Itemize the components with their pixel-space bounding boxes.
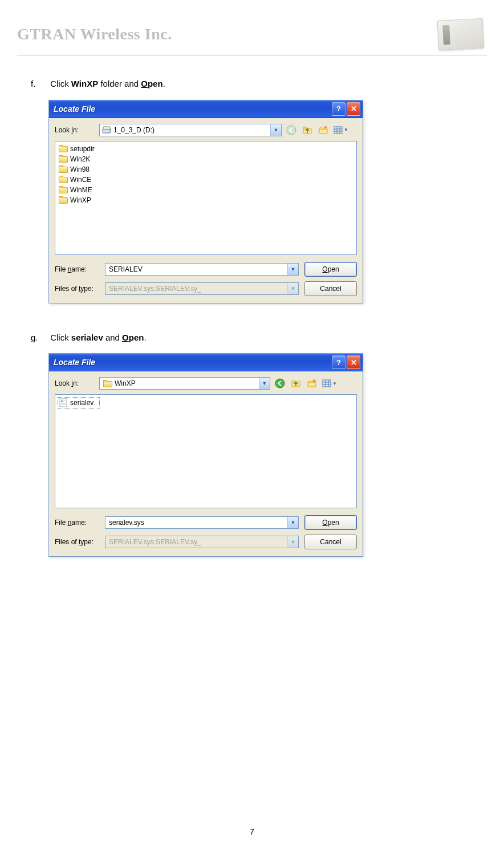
- svg-rect-18: [308, 381, 311, 383]
- svg-rect-9: [334, 127, 342, 133]
- look-in-label: Look in:: [55, 126, 96, 134]
- cancel-button[interactable]: Cancel: [304, 281, 357, 296]
- list-item[interactable]: serialev: [58, 397, 100, 408]
- svg-rect-16: [292, 381, 295, 382]
- svg-point-3: [287, 126, 296, 135]
- new-folder-button[interactable]: [306, 377, 318, 390]
- svg-rect-25: [60, 399, 67, 407]
- svg-rect-5: [303, 127, 307, 129]
- dialog-title: Locate File: [54, 104, 95, 114]
- view-menu-button[interactable]: ▼: [322, 378, 337, 388]
- list-item[interactable]: Win98: [58, 164, 354, 175]
- chevron-down-icon: ▼: [287, 283, 298, 294]
- file-name-input[interactable]: serialev.sys ▼: [105, 516, 299, 529]
- step-f: f. Click WinXP folder and Open.: [31, 78, 487, 90]
- view-icon: [322, 378, 332, 388]
- folder-up-icon: [302, 125, 312, 135]
- chevron-down-icon: ▼: [344, 127, 348, 132]
- logo-card: [436, 17, 487, 51]
- locate-file-dialog-2: Locate File ? ✕ Look in: WinXP ▼: [48, 353, 363, 557]
- folder-icon: [59, 196, 68, 204]
- folder-up-icon: [291, 378, 301, 388]
- folder-icon: [59, 165, 68, 173]
- svg-rect-7: [319, 128, 323, 129]
- file-list[interactable]: setupdir Win2K Win98 WinCE WinME WinXP: [55, 141, 357, 255]
- chevron-down-icon: ▼: [332, 381, 337, 386]
- drive-icon: [102, 126, 111, 135]
- close-button[interactable]: ✕: [347, 355, 360, 369]
- file-list[interactable]: serialev: [55, 394, 357, 508]
- page-number: 7: [0, 827, 504, 836]
- chevron-down-icon: ▼: [287, 264, 298, 275]
- file-name-label: File name:: [55, 519, 99, 527]
- folder-icon: [59, 186, 68, 193]
- svg-rect-29: [61, 404, 66, 405]
- list-item[interactable]: WinXP: [58, 195, 354, 205]
- view-menu-button[interactable]: ▼: [333, 125, 348, 135]
- new-folder-icon: [318, 125, 328, 135]
- list-item[interactable]: WinCE: [58, 175, 354, 185]
- dialog-title: Locate File: [54, 358, 95, 367]
- sys-file-icon: [59, 398, 68, 407]
- new-folder-icon: [307, 378, 317, 388]
- title-bar: Locate File ? ✕: [49, 100, 363, 118]
- folder-icon: [59, 176, 68, 183]
- help-button[interactable]: ?: [332, 102, 346, 116]
- file-type-dropdown: SERIALEV.sys;SERIALEV.sy_ ▼: [105, 282, 299, 295]
- list-item[interactable]: setupdir: [58, 144, 354, 154]
- file-name-input[interactable]: SERIALEV ▼: [105, 263, 299, 276]
- file-type-label: Files of type:: [55, 538, 99, 546]
- back-button[interactable]: [274, 377, 286, 390]
- close-button[interactable]: ✕: [347, 102, 360, 116]
- svg-rect-27: [63, 400, 66, 401]
- locate-file-dialog-1: Locate File ? ✕ Look in: 1_0_3_D (D: [48, 100, 363, 303]
- cancel-button[interactable]: Cancel: [304, 535, 357, 549]
- svg-point-2: [109, 130, 110, 131]
- help-button[interactable]: ?: [332, 355, 346, 369]
- doc-header: GTRAN Wireless Inc.: [17, 17, 487, 55]
- open-button[interactable]: Open: [304, 515, 357, 530]
- file-type-dropdown: SERIALEV.sys;SERIALEV.sy_ ▼: [105, 536, 299, 548]
- folder-icon: [103, 380, 112, 387]
- look-in-dropdown[interactable]: 1_0_3_D (D:) ▼: [99, 124, 282, 136]
- view-icon: [333, 125, 343, 135]
- chevron-down-icon: ▼: [270, 124, 281, 136]
- step-g: g. Click serialev and Open.: [31, 332, 487, 343]
- svg-rect-28: [61, 403, 66, 404]
- back-arrow-icon: [286, 125, 296, 135]
- list-item[interactable]: WinME: [58, 185, 354, 195]
- company-name: GTRAN Wireless Inc.: [17, 25, 172, 43]
- svg-rect-26: [61, 400, 63, 402]
- up-button[interactable]: [301, 124, 314, 136]
- look-in-dropdown[interactable]: WinXP ▼: [99, 377, 270, 390]
- back-arrow-icon: [275, 378, 285, 388]
- folder-icon: [59, 145, 68, 152]
- new-folder-button[interactable]: [317, 124, 330, 136]
- open-button[interactable]: Open: [304, 262, 357, 277]
- look-in-label: Look in:: [55, 379, 96, 387]
- list-item[interactable]: Win2K: [58, 154, 354, 164]
- file-type-label: Files of type:: [55, 285, 99, 293]
- back-button[interactable]: [285, 124, 298, 136]
- file-name-label: File name:: [55, 265, 99, 273]
- up-button[interactable]: [290, 377, 302, 390]
- chevron-down-icon: ▼: [259, 378, 270, 389]
- svg-rect-20: [323, 380, 331, 387]
- chevron-down-icon: ▼: [287, 517, 298, 528]
- svg-rect-1: [103, 127, 110, 129]
- title-bar: Locate File ? ✕: [49, 354, 363, 371]
- chevron-down-icon: ▼: [287, 536, 298, 548]
- svg-point-14: [275, 379, 284, 388]
- svg-point-19: [312, 379, 316, 383]
- folder-icon: [59, 155, 68, 163]
